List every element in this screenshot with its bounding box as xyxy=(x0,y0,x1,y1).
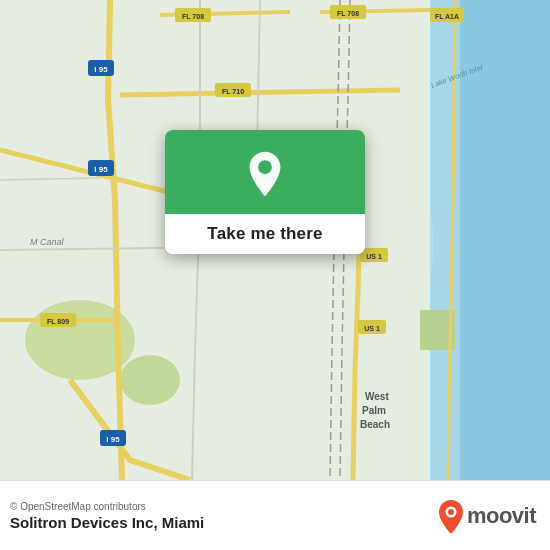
svg-point-33 xyxy=(258,160,272,174)
svg-text:M Canal: M Canal xyxy=(30,237,65,247)
location-pin-icon xyxy=(241,150,289,198)
svg-text:I 95: I 95 xyxy=(94,165,108,174)
svg-text:Beach: Beach xyxy=(360,419,390,430)
bottom-left: © OpenStreetMap contributors Solitron De… xyxy=(10,501,204,531)
svg-text:FL 809: FL 809 xyxy=(47,318,69,325)
popup-header xyxy=(165,130,365,214)
svg-point-5 xyxy=(120,355,180,405)
popup-card[interactable]: Take me there xyxy=(165,130,365,254)
attribution-text: © OpenStreetMap contributors xyxy=(10,501,204,512)
svg-text:I 95: I 95 xyxy=(94,65,108,74)
svg-text:West: West xyxy=(365,391,389,402)
svg-text:FL 708: FL 708 xyxy=(337,10,359,17)
svg-point-35 xyxy=(448,509,454,515)
moovit-logo[interactable]: moovit xyxy=(437,499,536,533)
svg-text:US 1: US 1 xyxy=(366,253,382,260)
moovit-pin-icon xyxy=(437,499,465,533)
take-me-there-button[interactable]: Take me there xyxy=(165,214,365,254)
svg-text:FL 710: FL 710 xyxy=(222,88,244,95)
svg-text:Palm: Palm xyxy=(362,405,386,416)
svg-text:US 1: US 1 xyxy=(364,325,380,332)
svg-text:FL A1A: FL A1A xyxy=(435,13,459,20)
svg-text:FL 708: FL 708 xyxy=(182,13,204,20)
map-area: I 95 I 95 I 95 FL 708 FL 708 FL 710 FL A… xyxy=(0,0,550,480)
bottom-bar: © OpenStreetMap contributors Solitron De… xyxy=(0,480,550,550)
moovit-text: moovit xyxy=(467,503,536,529)
svg-text:I 95: I 95 xyxy=(106,435,120,444)
company-name: Solitron Devices Inc, Miami xyxy=(10,514,204,531)
